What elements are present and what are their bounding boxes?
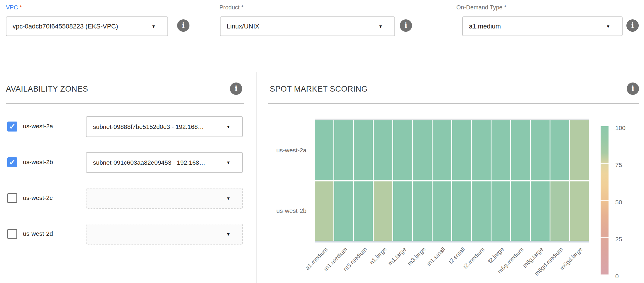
chevron-down-icon: ▼ bbox=[151, 17, 156, 36]
heatmap-cell bbox=[413, 181, 432, 241]
colorbar-tick-line bbox=[601, 163, 609, 164]
zone-row-us-west-2c: ✓ us-west-2c ▼ bbox=[0, 188, 257, 209]
subnet-select-value: subnet-09888f7be5152d0e3 - 192.168… bbox=[93, 117, 219, 137]
heatmap-cell bbox=[334, 181, 353, 241]
heatmap-cell bbox=[354, 181, 373, 241]
subnet-select-us-west-2c[interactable]: ▼ bbox=[86, 188, 243, 209]
heatmap-cell bbox=[570, 181, 589, 241]
heatmap-cell bbox=[452, 120, 471, 180]
subnet-select-us-west-2a[interactable]: subnet-09888f7be5152d0e3 - 192.168… ▼ bbox=[86, 116, 243, 137]
vpc-required-asterisk: * bbox=[20, 4, 22, 11]
heatmap-cell bbox=[315, 181, 333, 241]
product-select[interactable]: Linux/UNIX ▼ bbox=[220, 16, 395, 36]
spot-market-scoring-divider bbox=[268, 103, 639, 104]
vpc-label: VPC * bbox=[6, 4, 22, 11]
zone-row-us-west-2d: ✓ us-west-2d ▼ bbox=[0, 224, 257, 245]
zone-label-us-west-2c[interactable]: us-west-2c bbox=[23, 194, 53, 201]
heatmap-cell bbox=[511, 120, 530, 180]
heatmap-cell bbox=[433, 120, 451, 180]
heatmap-cell bbox=[570, 120, 589, 180]
heatmap-cell bbox=[472, 120, 491, 180]
heatmap-cell bbox=[492, 120, 510, 180]
vpc-label-text: VPC bbox=[6, 4, 18, 11]
product-label: Product * bbox=[219, 4, 243, 11]
heatmap-cell bbox=[334, 120, 353, 180]
colorbar-tick-line bbox=[601, 237, 609, 238]
zone-label-us-west-2b[interactable]: us-west-2b bbox=[23, 159, 53, 166]
vpc-select[interactable]: vpc-0adcb70f645508223 (EKS-VPC) ▼ bbox=[6, 16, 168, 36]
heatmap-cell bbox=[315, 120, 333, 180]
heatmap-cell bbox=[531, 120, 550, 180]
heatmap-row-label-us-west-2b: us-west-2b bbox=[258, 207, 306, 214]
heatmap-cell bbox=[511, 181, 530, 241]
heatmap-cell bbox=[393, 120, 412, 180]
heatmap-cell bbox=[354, 120, 373, 180]
on-demand-type-info-icon[interactable]: i bbox=[626, 19, 639, 32]
colorbar-tick-line bbox=[601, 200, 609, 201]
colorbar-tick-label: 0 bbox=[615, 272, 636, 280]
vpc-info-icon[interactable]: i bbox=[177, 19, 189, 32]
heatmap-cell bbox=[393, 181, 412, 241]
chevron-down-icon: ▼ bbox=[378, 17, 383, 36]
zone-row-us-west-2b: ✓ us-west-2b subnet-091c603aa82e09453 - … bbox=[0, 152, 257, 173]
heatmap-cell bbox=[374, 181, 392, 241]
heatmap-cell bbox=[472, 181, 491, 241]
zone-row-us-west-2a: ✓ us-west-2a subnet-09888f7be5152d0e3 - … bbox=[0, 116, 257, 137]
heatmap-colorbar bbox=[601, 126, 609, 274]
product-info-icon[interactable]: i bbox=[400, 19, 412, 32]
vpc-select-value: vpc-0adcb70f645508223 (EKS-VPC) bbox=[13, 17, 145, 36]
heatmap-cell bbox=[452, 181, 471, 241]
heatmap-cell bbox=[550, 181, 569, 241]
heatmap-row-label-us-west-2a: us-west-2a bbox=[258, 147, 306, 154]
colorbar-tick-label: 50 bbox=[615, 198, 636, 206]
heatmap-grid bbox=[315, 120, 589, 241]
spot-market-scoring-title: SPOT MARKET SCORING bbox=[270, 85, 368, 94]
zone-label-us-west-2d[interactable]: us-west-2d bbox=[23, 230, 53, 237]
checkmark-icon: ✓ bbox=[7, 157, 17, 167]
on-demand-type-label: On-Demand Type * bbox=[456, 4, 506, 11]
heatmap-cell bbox=[413, 120, 432, 180]
heatmap-cell bbox=[550, 120, 569, 180]
colorbar-tick-label: 25 bbox=[615, 235, 636, 243]
zone-checkbox-us-west-2a[interactable]: ✓ bbox=[7, 122, 17, 132]
checkmark-icon: ✓ bbox=[7, 122, 17, 132]
chevron-down-icon: ▼ bbox=[226, 117, 231, 137]
colorbar-tick-label: 75 bbox=[615, 161, 636, 169]
zone-checkbox-us-west-2c[interactable]: ✓ bbox=[7, 193, 17, 203]
chevron-down-icon: ▼ bbox=[226, 188, 231, 208]
spot-market-scoring-info-icon[interactable]: i bbox=[627, 82, 639, 95]
heatmap-top-border bbox=[315, 119, 589, 120]
product-select-value: Linux/UNIX bbox=[227, 17, 372, 36]
heatmap-cell bbox=[492, 181, 510, 241]
chevron-down-icon: ▼ bbox=[606, 17, 610, 36]
on-demand-type-select-value: a1.medium bbox=[469, 17, 599, 36]
subnet-select-us-west-2d[interactable]: ▼ bbox=[86, 224, 243, 245]
heatmap-bottom-border bbox=[315, 241, 589, 242]
zone-label-us-west-2a[interactable]: us-west-2a bbox=[23, 123, 53, 130]
spot-instance-config-page: VPC * vpc-0adcb70f645508223 (EKS-VPC) ▼ … bbox=[0, 0, 644, 283]
availability-zones-title: AVAILABILITY ZONES bbox=[6, 85, 88, 94]
on-demand-type-select[interactable]: a1.medium ▼ bbox=[462, 16, 623, 36]
zone-checkbox-us-west-2d[interactable]: ✓ bbox=[7, 229, 17, 239]
colorbar-tick-label: 100 bbox=[615, 124, 636, 132]
subnet-select-value: subnet-091c603aa82e09453 - 192.168… bbox=[93, 153, 219, 172]
availability-zones-divider bbox=[6, 103, 244, 104]
heatmap-cell bbox=[531, 181, 550, 241]
availability-zones-info-icon[interactable]: i bbox=[230, 82, 242, 95]
zone-checkbox-us-west-2b[interactable]: ✓ bbox=[7, 157, 17, 167]
heatmap-cell bbox=[374, 120, 392, 180]
chevron-down-icon: ▼ bbox=[226, 224, 231, 244]
chevron-down-icon: ▼ bbox=[226, 153, 231, 172]
panel-divider bbox=[256, 72, 257, 283]
subnet-select-us-west-2b[interactable]: subnet-091c603aa82e09453 - 192.168… ▼ bbox=[86, 152, 243, 173]
heatmap-cell bbox=[433, 181, 451, 241]
